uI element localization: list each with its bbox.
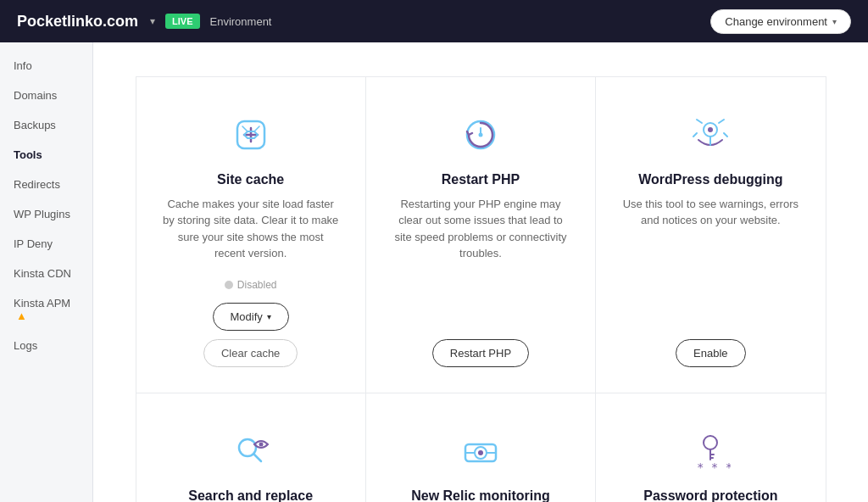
tool-card-password-protection: * * * Password protection Add simple .ht…: [595, 393, 826, 503]
change-env-label: Change environment: [725, 15, 827, 28]
header: Pocketlinko.com ▾ LIVE Environment Chang…: [0, 0, 868, 42]
change-environment-button[interactable]: Change environment ▾: [710, 9, 851, 34]
svg-point-11: [259, 442, 263, 446]
tool-card-wp-debugging: WordPress debugging Use this tool to see…: [595, 76, 826, 393]
site-cache-title: Site cache: [217, 172, 284, 187]
search-replace-title: Search and replace: [188, 488, 313, 503]
svg-line-10: [253, 454, 261, 461]
svg-line-6: [697, 120, 702, 123]
wp-debugging-desc: Use this tool to see warnings, errors an…: [621, 196, 799, 322]
tools-grid: Site cache Cache makes your site load fa…: [136, 76, 826, 502]
status-dot-icon: [225, 281, 233, 289]
svg-point-3: [478, 132, 482, 137]
tool-card-restart-php: Restart PHP Restarting your PHP engine m…: [365, 76, 596, 393]
warning-icon: ▲: [16, 310, 27, 322]
svg-point-17: [704, 436, 717, 449]
svg-point-14: [478, 450, 483, 455]
change-env-chevron-icon: ▾: [832, 17, 837, 26]
main-content: Site cache Cache makes your site load fa…: [93, 42, 868, 502]
live-badge: LIVE: [165, 14, 199, 29]
svg-point-5: [708, 127, 713, 132]
svg-line-7: [719, 120, 724, 123]
restart-php-icon: [457, 111, 504, 159]
tool-card-search-replace: Search and replace Use this tool to repl…: [136, 393, 366, 503]
body: Info Domains Backups Tools Redirects WP …: [0, 42, 868, 502]
site-cache-actions: Modify ▾ Clear cache: [162, 303, 340, 367]
wp-debugging-title: WordPress debugging: [638, 172, 782, 187]
sidebar-item-domains[interactable]: Domains: [0, 81, 92, 110]
sidebar-item-backups[interactable]: Backups: [0, 110, 92, 140]
wp-debugging-icon: [687, 111, 734, 159]
wp-debugging-actions: Enable: [676, 339, 745, 367]
sidebar-item-wp-plugins[interactable]: WP Plugins: [0, 199, 92, 229]
sidebar-item-ip-deny[interactable]: IP Deny: [0, 229, 92, 259]
site-title: Pocketlinko.com: [17, 13, 138, 31]
sidebar-item-kinsta-cdn[interactable]: Kinsta CDN: [0, 259, 92, 288]
tool-card-site-cache: Site cache Cache makes your site load fa…: [136, 76, 366, 393]
restart-php-button[interactable]: Restart PHP: [432, 339, 529, 367]
sidebar-item-info[interactable]: Info: [0, 51, 92, 81]
sidebar: Info Domains Backups Tools Redirects WP …: [0, 42, 93, 502]
modify-button[interactable]: Modify ▾: [213, 303, 289, 331]
password-protection-icon: * * *: [687, 427, 734, 475]
app-container: Pocketlinko.com ▾ LIVE Environment Chang…: [0, 0, 868, 502]
site-cache-status: Disabled: [225, 279, 277, 291]
restart-php-title: Restart PHP: [442, 172, 520, 187]
sidebar-item-kinsta-apm[interactable]: Kinsta APM ▲: [0, 288, 92, 331]
new-relic-icon: [457, 427, 504, 475]
site-cache-desc: Cache makes your site load faster by sto…: [162, 196, 340, 262]
search-replace-icon: [227, 427, 275, 475]
site-cache-icon: [227, 111, 275, 159]
environment-label: Environment: [210, 15, 272, 28]
tool-card-new-relic: New Relic monitoring New Relic is a PHP …: [365, 393, 596, 503]
svg-text:* * *: * * *: [697, 460, 731, 471]
clear-cache-button[interactable]: Clear cache: [203, 339, 298, 367]
password-protection-title: Password protection: [643, 488, 777, 503]
sidebar-item-logs[interactable]: Logs: [0, 331, 92, 360]
new-relic-title: New Relic monitoring: [411, 488, 550, 503]
sidebar-item-redirects[interactable]: Redirects: [0, 170, 92, 199]
title-chevron-icon: ▾: [150, 15, 155, 27]
modify-chevron-icon: ▾: [267, 312, 271, 321]
enable-debug-button[interactable]: Enable: [676, 339, 745, 367]
restart-php-desc: Restarting your PHP engine may clear out…: [392, 196, 570, 322]
sidebar-item-tools[interactable]: Tools: [0, 140, 92, 170]
restart-php-actions: Restart PHP: [432, 339, 529, 367]
